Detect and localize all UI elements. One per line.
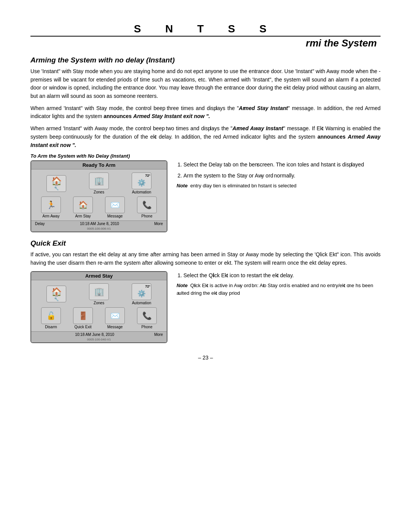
section-subtitle: rmi the System: [30, 37, 381, 49]
panel2-zones-icon: 🏢: [89, 283, 109, 300]
panel2-footer-center: 10:18 AM June 8, 2010: [75, 332, 114, 337]
section-letters: S N T S S: [134, 23, 277, 35]
p2-phone-emoji: 📞: [142, 311, 152, 320]
home-emoji: 🏠: [51, 176, 62, 186]
panel1-zones-icon: 🏢: [89, 173, 109, 189]
p2-auto-emoji: ⚙️: [137, 289, 146, 298]
p2-home-sub: 🔧: [54, 297, 59, 301]
section1-para3: When armed 'Instant" with Away mode, the…: [30, 125, 381, 149]
panel1-footer-left: Delay: [35, 222, 45, 226]
panel2-zones-label: Zones: [94, 301, 104, 305]
section1-heading: Arming the System with no delay (Instant…: [30, 56, 381, 64]
panel2-container: Armed Stay 🏠 🔧 🏢 Zones 72°: [30, 271, 167, 343]
p2-message-emoji: ✉️: [110, 311, 120, 320]
step1-item: Select the Delay tab on the benscreen. T…: [183, 160, 381, 169]
panel1-container: Ready To Arm 🏠 🔧 🏢 Zones: [30, 160, 167, 232]
page-number: – 23 –: [30, 355, 381, 361]
panel1-auto-label: Automation: [132, 190, 151, 194]
message-emoji: ✉️: [110, 200, 120, 209]
panel1-model: 0005-100-006-V1: [31, 227, 167, 232]
disarm-emoji: 🔓: [46, 311, 56, 320]
panel1-arm-away-item: 🏃 Arm Away: [41, 197, 61, 218]
section2-two-col: Armed Stay 🏠 🔧 🏢 Zones 72°: [30, 271, 381, 343]
panel1: Ready To Arm 🏠 🔧 🏢 Zones: [30, 160, 167, 232]
panel1-arm-stay-btn: 🏠: [73, 197, 93, 213]
panel2-quick-exit-item: 🚪 Quick Exit: [73, 307, 93, 329]
panel2-auto-icon-item: 72° ⚙️ Automation: [132, 283, 151, 305]
panel1-message-item: ✉️ Message: [105, 197, 125, 218]
panel2-message-item: ✉️ Message: [105, 307, 125, 329]
panel1-phone-label: Phone: [142, 214, 153, 218]
auto-emoji: ⚙️: [137, 179, 146, 187]
panel1-title: Ready To Arm: [31, 161, 167, 169]
panel2-home-icon: 🏠 🔧: [46, 286, 66, 302]
panel1-arm-away-label: Arm Away: [43, 214, 60, 218]
arm-stay-emoji: 🏠: [78, 200, 88, 209]
panel1-bottom-row: 🏃 Arm Away 🏠 Arm Stay ✉️ Message: [31, 195, 167, 220]
panel2-message-label: Message: [107, 325, 123, 329]
panel1-arm-stay-label: Arm Stay: [75, 214, 91, 218]
section1-two-col: Ready To Arm 🏠 🔧 🏢 Zones: [30, 160, 381, 232]
p2-temp-badge: 72°: [145, 284, 150, 288]
sub-section-label: To Arm the System with No Delay (Instant…: [30, 153, 381, 159]
panel1-arm-stay-item: 🏠 Arm Stay: [73, 197, 93, 218]
panel1-zones-icon-item: 🏢 Zones: [89, 173, 109, 194]
panel1-footer-center: 10:18 AM June 8, 2010: [80, 222, 119, 226]
step2-item: Arm the system to the Stay or Awy ord no…: [183, 171, 381, 180]
panel1-phone-item: 📞 Phone: [137, 197, 157, 218]
panel1-footer-right: More: [154, 222, 163, 226]
panel1-auto-icon: 72° ⚙️: [132, 173, 151, 189]
panel2-quick-exit-btn: 🚪: [73, 307, 93, 324]
panel1-phone-btn: 📞: [137, 197, 157, 213]
section-title-row: S N T S S: [30, 23, 381, 37]
note2-block: Note Qlick Ekt is active in Awy ord bn: …: [177, 282, 381, 297]
section1-steps: Select the Delay tab on the benscreen. T…: [177, 160, 381, 190]
note1-label: Note: [177, 183, 188, 189]
panel1-zones-label: Zones: [94, 190, 104, 194]
panel2-title: Armed Stay: [31, 272, 167, 280]
panel2-footer: 10:18 AM June 8, 2010 More: [31, 331, 167, 337]
panel2-disarm-btn: 🔓: [41, 307, 61, 324]
zones-emoji: 🏢: [94, 176, 104, 186]
section1-para2: When armed 'Instant" with Stay mode, the…: [30, 104, 381, 121]
temp-badge: 72°: [145, 174, 150, 177]
panel1-message-btn: ✉️: [105, 197, 125, 213]
p2-zones-emoji: 🏢: [94, 287, 104, 297]
section2-steps: Select the Qlick Ekt icon to restart the…: [177, 271, 381, 297]
phone-emoji: 📞: [142, 200, 152, 209]
panel2: Armed Stay 🏠 🔧 🏢 Zones 72°: [30, 271, 167, 343]
note1-block: Note entry dlay tien is eliminated bn hs…: [177, 182, 381, 190]
panel1-home-icon: 🏠 🔧: [46, 175, 66, 192]
panel2-home-icon-item: 🏠 🔧: [46, 286, 66, 302]
panel2-auto-icon: 72° ⚙️: [132, 283, 151, 300]
p2-home-emoji: 🏠: [51, 287, 62, 297]
panel2-zones-icon-item: 🏢 Zones: [89, 283, 109, 305]
panel2-auto-label: Automation: [132, 301, 151, 305]
panel2-footer-right: More: [154, 332, 163, 337]
panel2-phone-item: 📞 Phone: [137, 307, 157, 329]
panel1-footer: Delay 10:18 AM June 8, 2010 More: [31, 220, 167, 227]
section2-heading: Quick Exit: [30, 239, 381, 248]
quick-exit-emoji: 🚪: [78, 311, 88, 320]
panel2-message-btn: ✉️: [105, 307, 125, 324]
panel1-icons-row: 🏠 🔧 🏢 Zones 72° ⚙️ A: [31, 169, 167, 195]
panel2-quick-exit-label: Quick Exit: [74, 325, 91, 329]
panel2-phone-btn: 📞: [137, 307, 157, 324]
section1-para1: Use 'Instant" with Stay mode when you ar…: [30, 67, 381, 101]
panel1-message-label: Message: [107, 214, 123, 218]
panel1-arm-away-btn: 🏃: [41, 197, 61, 213]
panel1-home-icon-item: 🏠 🔧: [46, 175, 66, 192]
panel2-icons-row: 🏠 🔧 🏢 Zones 72° ⚙️ Automation: [31, 280, 167, 306]
panel2-bottom-row: 🔓 Disarm 🚪 Quick Exit ✉️ Message: [31, 306, 167, 331]
panel2-disarm-item: 🔓 Disarm: [41, 307, 61, 329]
home-sub-emoji: 🔧: [54, 186, 59, 190]
arm-away-emoji: 🏃: [46, 200, 56, 209]
panel2-phone-label: Phone: [142, 325, 153, 329]
section2-para1: If active, you can restart the e­kt dela…: [30, 251, 381, 267]
note2-label: Note: [177, 283, 188, 288]
panel1-auto-icon-item: 72° ⚙️ Automation: [132, 173, 151, 194]
step2-1-item: Select the Qlick Ekt icon to restart the…: [183, 271, 381, 280]
panel2-model: 0005-100-040-V1: [31, 337, 167, 342]
panel2-disarm-label: Disarm: [45, 325, 57, 329]
page-header: S N T S S rmi the System: [30, 23, 381, 49]
